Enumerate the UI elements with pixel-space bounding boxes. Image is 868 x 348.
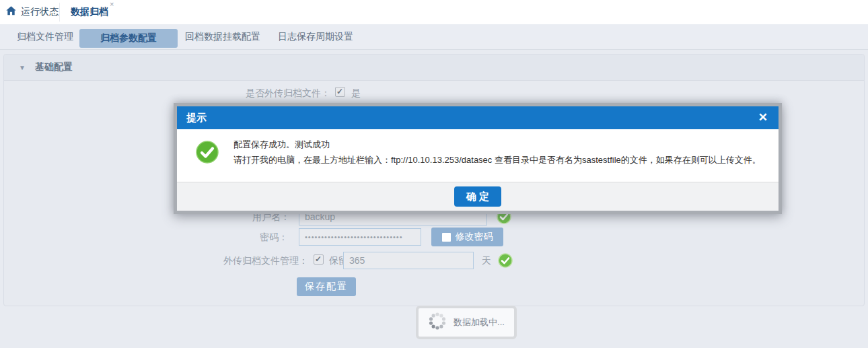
retention-valid-icon: [498, 253, 513, 271]
dialog-title: 提示: [186, 106, 207, 129]
collapse-arrow-icon: ▼: [19, 64, 26, 71]
ok-button[interactable]: 确 定: [454, 186, 501, 207]
tab-divider: [59, 3, 60, 22]
modify-password-label: 修改密码: [456, 231, 493, 243]
tab-data-archive-label: 数据归档: [71, 6, 108, 18]
dialog-message-line2: 请打开我的电脑，在最上方地址栏输入：ftp://10.10.13.253/dat…: [233, 152, 761, 168]
dialog-message-line1: 配置保存成功。测试成功: [233, 137, 761, 152]
subtab-log-retention-settings[interactable]: 日志保存周期设置: [278, 24, 353, 49]
modify-password-checkbox[interactable]: [442, 233, 451, 242]
external-transfer-label: 是否外传归档文件：: [196, 88, 330, 100]
dialog-close-icon[interactable]: ✕: [758, 106, 768, 129]
modify-password-button[interactable]: 修改密码: [431, 228, 503, 246]
app-window: 运行状态 数据归档 × 归档文件管理 归档参数配置 回档数据挂载配置 日志保存周…: [0, 0, 868, 348]
external-transfer-checkbox[interactable]: [335, 87, 345, 97]
dialog-header: 提示 ✕: [177, 106, 779, 129]
external-transfer-option-label: 是: [351, 88, 361, 100]
basic-config-title: 基础配置: [35, 61, 73, 73]
subtab-restore-data-mount-config[interactable]: 回档数据挂载配置: [185, 24, 260, 49]
tab-running-status[interactable]: 运行状态: [5, 0, 59, 24]
password-input[interactable]: [299, 228, 421, 246]
dialog-message: 配置保存成功。测试成功 请打开我的电脑，在最上方地址栏输入：ftp://10.1…: [233, 137, 761, 168]
tab-running-status-label: 运行状态: [21, 6, 59, 18]
retention-checkbox[interactable]: [314, 254, 324, 265]
loading-spinner-icon: [428, 312, 447, 333]
basic-config-header[interactable]: ▼ 基础配置: [4, 55, 864, 81]
success-check-icon: [196, 141, 219, 166]
retention-label: 外传归档文件管理：: [203, 255, 308, 267]
tab-close-icon[interactable]: ×: [110, 0, 114, 8]
subtab-archive-parameter-config[interactable]: 归档参数配置: [79, 29, 178, 48]
dialog-footer: 确 定: [177, 182, 779, 211]
loading-indicator: 数据加载中...: [416, 306, 517, 339]
home-icon: [5, 5, 17, 19]
password-label: 密码：: [236, 232, 288, 244]
loading-text: 数据加载中...: [454, 316, 505, 328]
tab-data-archive[interactable]: 数据归档: [63, 0, 116, 24]
top-tab-bar: 运行状态 数据归档 ×: [0, 0, 868, 24]
subtab-archive-parameter-config-label: 归档参数配置: [100, 32, 157, 44]
retention-days-input[interactable]: [343, 252, 474, 269]
subtab-archive-file-management[interactable]: 归档文件管理: [17, 24, 73, 49]
prompt-dialog: 提示 ✕ 配置保存成功。测试成功 请打开我的电脑，在最上方地址栏输入：ftp:/…: [174, 103, 782, 214]
dialog-body: 配置保存成功。测试成功 请打开我的电脑，在最上方地址栏输入：ftp://10.1…: [177, 129, 779, 182]
secondary-nav: 归档文件管理 归档参数配置 回档数据挂载配置 日志保存周期设置: [0, 24, 868, 50]
retention-unit-label: 天: [482, 255, 491, 267]
save-config-button[interactable]: 保存配置: [297, 277, 356, 296]
